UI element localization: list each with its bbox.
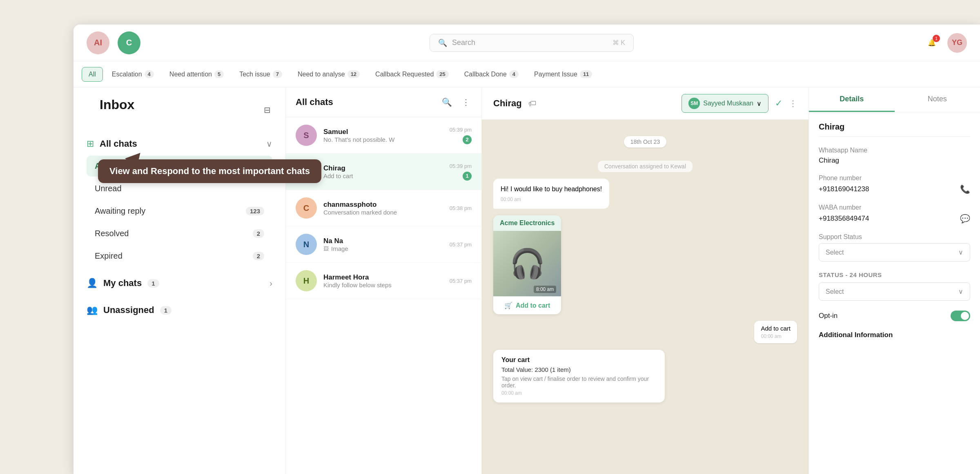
assignee-name: Sayyed Muskaan bbox=[703, 100, 753, 107]
chat-preview-chirag: Add to cart bbox=[323, 172, 413, 179]
cart-info-time: 00:00 am bbox=[501, 390, 657, 396]
detail-waba-label: WABA number bbox=[819, 204, 970, 211]
whatsapp-icon[interactable]: 💬 bbox=[960, 214, 970, 224]
unassigned-header[interactable]: 👥 Unassigned 1 bbox=[80, 298, 279, 322]
sidebar-item-resolved-label: Resolved bbox=[95, 229, 129, 238]
chat-name-chanmassphoto: chanmassphoto bbox=[323, 201, 443, 209]
filter-tab-callback-done-label: Callback Done bbox=[464, 71, 507, 78]
notification-button[interactable]: 🔔 1 bbox=[923, 34, 941, 52]
search-box[interactable]: 🔍 Search ⌘ K bbox=[430, 34, 634, 52]
filter-tab-need-attention-badge: 5 bbox=[214, 70, 224, 78]
filter-tab-callback-requested-badge: 25 bbox=[436, 70, 448, 78]
detail-phone-value: +918169041238 bbox=[819, 185, 869, 193]
my-chats-header[interactable]: 👤 My chats 1 › bbox=[80, 271, 279, 295]
sidebar-item-expired-label: Expired bbox=[95, 251, 122, 261]
filter-tab-tech-issue-badge: 7 bbox=[273, 70, 282, 78]
opt-in-toggle[interactable] bbox=[951, 311, 970, 321]
filter-tab-all[interactable]: All bbox=[82, 67, 103, 82]
detail-whatsapp-name-label: Whatsapp Name bbox=[819, 147, 970, 154]
tab-notes[interactable]: Notes bbox=[895, 87, 980, 112]
chat-list-header: All chats 🔍 ⋮ bbox=[286, 87, 481, 117]
sidebar-item-expired-badge: 2 bbox=[253, 252, 264, 260]
chat-info-chirag: Chirag Add to cart bbox=[323, 164, 443, 179]
unassigned-icon: 👥 bbox=[87, 305, 98, 315]
chat-search-button[interactable]: 🔍 bbox=[440, 96, 454, 109]
chat-meta-harmeet: 05:37 pm bbox=[450, 278, 472, 284]
chat-more-options-icon[interactable]: ⋮ bbox=[789, 98, 797, 108]
search-shortcut: ⌘ K bbox=[612, 39, 625, 47]
chat-info-nana: Na Na 🖼 Image bbox=[323, 237, 443, 252]
sidebar-item-expired[interactable]: Expired 2 bbox=[87, 246, 272, 266]
chat-badge-chirag: 1 bbox=[463, 172, 472, 181]
filter-tab-escalation[interactable]: Escalation 4 bbox=[105, 67, 160, 81]
all-chats-chevron-icon: ∨ bbox=[266, 139, 272, 149]
chat-name-nana: Na Na bbox=[323, 237, 443, 245]
message-time-1: 00:00 am bbox=[501, 196, 602, 203]
details-body: Chirag Whatsapp Name Chirag Phone number… bbox=[809, 112, 980, 349]
support-status-select-value: Select bbox=[826, 249, 844, 256]
chat-item-harmeet[interactable]: H Harmeet Hora Kindly follow below steps… bbox=[286, 263, 481, 299]
dropdown-chevron-icon: ∨ bbox=[757, 100, 762, 107]
headphones-icon: 🎧 bbox=[510, 247, 545, 280]
sidebar-item-resolved-badge: 2 bbox=[253, 229, 264, 238]
unassigned-label: Unassigned bbox=[103, 305, 154, 315]
chat-item-samuel[interactable]: S Samuel No. That's not possible. W 05:3… bbox=[286, 117, 481, 154]
all-chats-header[interactable]: ⊞ All chats ∨ bbox=[80, 132, 279, 156]
app-window: AI C 🔍 Search ⌘ K 🔔 1 YG All Escalation … bbox=[74, 25, 980, 474]
filter-tab-need-attention[interactable]: Need attention 5 bbox=[163, 67, 230, 81]
add-to-cart-button[interactable]: 🛒 Add to cart bbox=[504, 302, 550, 309]
phone-call-icon[interactable]: 📞 bbox=[960, 184, 970, 194]
tab-details[interactable]: Details bbox=[809, 87, 895, 112]
opt-in-label: Opt-in bbox=[819, 312, 837, 320]
detail-support-status-label: Support Status bbox=[819, 233, 970, 241]
details-tabs: Details Notes bbox=[809, 87, 980, 112]
my-chats-badge: 1 bbox=[147, 279, 159, 288]
all-chats-icon: ⊞ bbox=[87, 139, 94, 149]
filter-tab-escalation-label: Escalation bbox=[112, 71, 142, 78]
sidebar-item-unread-label: Unread bbox=[95, 184, 122, 193]
status-24h-select-value: Select bbox=[826, 288, 844, 295]
top-bar-right: 🔔 1 YG bbox=[923, 33, 967, 53]
user-avatar[interactable]: YG bbox=[947, 33, 967, 53]
sidebar-item-resolved[interactable]: Resolved 2 bbox=[87, 223, 272, 244]
filter-tab-callback-requested-label: Callback Requested bbox=[375, 71, 434, 78]
filter-tab-all-label: All bbox=[89, 71, 96, 78]
sidebar-section-my-chats: 👤 My chats 1 › bbox=[74, 271, 285, 295]
filter-tab-tech-issue[interactable]: Tech issue 7 bbox=[233, 67, 289, 81]
tag-icon[interactable]: 🏷 bbox=[528, 99, 537, 108]
sidebar-item-awaiting-badge: 123 bbox=[246, 207, 264, 215]
detail-status-24h-field: STATUS - 24 HOURS Select ∨ bbox=[819, 271, 970, 301]
filter-tab-callback-done[interactable]: Callback Done 4 bbox=[458, 67, 525, 81]
chat-meta-nana: 05:37 pm bbox=[450, 241, 472, 248]
details-panel: Details Notes Chirag Whatsapp Name Chira… bbox=[808, 87, 980, 474]
resolve-icon[interactable]: ✓ bbox=[775, 98, 782, 109]
product-card-time: 8:00 am bbox=[534, 286, 556, 293]
chat-time-harmeet: 05:37 pm bbox=[450, 278, 472, 284]
filter-tab-callback-requested[interactable]: Callback Requested 25 bbox=[369, 67, 455, 81]
chat-time-samuel: 05:39 pm bbox=[450, 127, 472, 133]
chat-meta-samuel: 05:39 pm 2 bbox=[450, 127, 472, 144]
chat-more-button[interactable]: ⋮ bbox=[460, 96, 472, 109]
detail-waba-row: +918356849474 💬 bbox=[819, 214, 970, 224]
avatar-green: C bbox=[118, 31, 140, 54]
chat-info-harmeet: Harmeet Hora Kindly follow below steps bbox=[323, 273, 443, 288]
system-message: Conversation assigned to Kewal bbox=[598, 161, 693, 172]
chat-time-nana: 05:37 pm bbox=[450, 241, 472, 248]
sidebar-collapse-button[interactable]: ⊟ bbox=[262, 103, 272, 116]
my-chats-label: My chats bbox=[103, 278, 142, 288]
filter-tab-need-to-analyse[interactable]: Need to analyse 12 bbox=[291, 67, 366, 81]
cart-icon: 🛒 bbox=[504, 302, 512, 309]
filter-tabs: All Escalation 4 Need attention 5 Tech i… bbox=[74, 61, 980, 87]
detail-phone-field: Phone number +918169041238 📞 bbox=[819, 174, 970, 194]
detail-support-status-field: Support Status Select ∨ bbox=[819, 233, 970, 262]
toggle-knob bbox=[961, 312, 969, 320]
support-status-select[interactable]: Select ∨ bbox=[819, 243, 970, 262]
chat-name-samuel: Samuel bbox=[323, 128, 443, 136]
status-24h-select[interactable]: Select ∨ bbox=[819, 282, 970, 301]
assignee-dropdown[interactable]: SM Sayyed Muskaan ∨ bbox=[682, 94, 768, 113]
chat-item-nana[interactable]: N Na Na 🖼 Image 05:37 pm bbox=[286, 226, 481, 263]
chat-item-chanmassphoto[interactable]: C chanmassphoto Conversation marked done… bbox=[286, 190, 481, 226]
sidebar: Inbox ⊟ ⊞ All chats ∨ All 2 bbox=[74, 87, 286, 474]
filter-tab-payment-issue[interactable]: Payment Issue 11 bbox=[528, 67, 599, 81]
sidebar-item-awaiting-reply[interactable]: Awaiting reply 123 bbox=[87, 201, 272, 221]
